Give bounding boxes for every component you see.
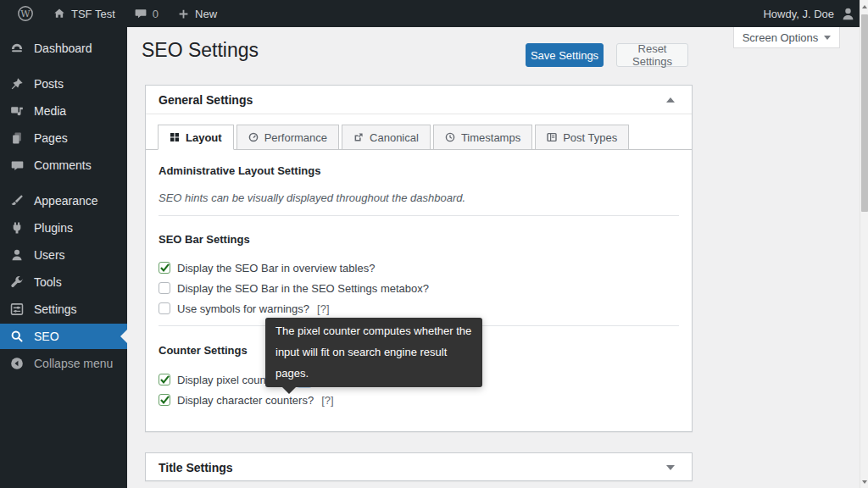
site-name-menu[interactable]: TSF Test (43, 0, 125, 27)
admin-bar: W TSF Test 0 New Howdy, J. Doe (0, 0, 868, 27)
help-link[interactable]: [?] (316, 302, 330, 315)
sidebar-item-label: Plugins (34, 221, 73, 235)
general-settings-header[interactable]: General Settings (146, 86, 692, 114)
comment-bubble-icon (134, 7, 147, 20)
sidebar-item-label: Comments (34, 158, 92, 172)
tooltip-text: The pixel counter computes whether the i… (275, 324, 471, 380)
tab-layout[interactable]: Layout (158, 125, 234, 150)
tab-post-types[interactable]: Post Types (535, 125, 629, 150)
scroll-down-arrow-icon[interactable] (862, 480, 867, 484)
dashboard-icon (8, 41, 25, 56)
howdy-text: Howdy, J. Doe (763, 8, 834, 20)
svg-text:W: W (20, 8, 31, 19)
postbox-title: General Settings (159, 93, 253, 107)
wordpress-logo-icon: W (17, 5, 34, 22)
wp-logo-menu[interactable]: W (8, 0, 43, 27)
sidebar-item-settings[interactable]: Settings (0, 297, 127, 322)
page-title: SEO Settings (142, 39, 259, 62)
checkbox[interactable] (159, 302, 170, 314)
my-account-menu[interactable]: Howdy, J. Doe (763, 0, 868, 27)
help-link[interactable]: [?] (320, 394, 334, 407)
sidebar-item-media[interactable]: Media (0, 98, 127, 124)
sidebar-item-label: Dashboard (34, 42, 92, 55)
sidebar-item-label: SEO (34, 330, 59, 343)
current-menu-arrow (120, 330, 127, 343)
sidebar-item-seo[interactable]: SEO (0, 324, 127, 349)
tab-timestamps[interactable]: Timestamps (433, 125, 532, 150)
tab-performance[interactable]: Performance (236, 125, 339, 150)
sidebar-item-tools[interactable]: Tools (0, 269, 127, 295)
wrench-icon (8, 274, 25, 290)
sliders-icon (8, 302, 25, 317)
comments-count: 0 (153, 8, 159, 20)
comments-menu[interactable]: 0 (125, 0, 168, 27)
checkmark-icon (159, 261, 171, 274)
tab-label: Layout (186, 131, 222, 144)
checkbox-label[interactable]: Use symbols for warnings? (177, 302, 309, 315)
sidebar-item-label: Tools (34, 275, 62, 289)
sidebar-item-posts[interactable]: Posts (0, 71, 127, 97)
reset-settings-button[interactable]: Reset Settings (616, 43, 688, 67)
external-link-icon (353, 132, 364, 142)
chevron-up-icon (666, 97, 675, 103)
avatar-icon (840, 6, 856, 22)
tab-canonical[interactable]: Canonical (342, 125, 431, 150)
site-name: TSF Test (71, 8, 115, 20)
collapse-toggle-button[interactable] (662, 92, 679, 108)
sidebar-item-plugins[interactable]: Plugins (0, 215, 127, 241)
sidebar-collapse-menu[interactable]: Collapse menu (0, 351, 127, 376)
checkbox-label[interactable]: Display the SEO Bar in the SEO Settings … (177, 282, 429, 295)
checkbox-label[interactable]: Display the SEO Bar in overview tables? (177, 262, 375, 274)
sidebar-item-label: Posts (34, 77, 64, 91)
tooltip-arrow (282, 387, 296, 401)
general-settings-tabbar: Layout Performance Canonical Timestamps … (146, 125, 692, 150)
save-settings-button[interactable]: Save Settings (526, 43, 604, 67)
pages-icon (8, 130, 25, 146)
new-content-menu[interactable]: New (168, 0, 226, 27)
media-icon (8, 103, 25, 119)
postbox-title: Title Settings (159, 461, 233, 474)
sidebar-item-label: Appearance (34, 194, 98, 208)
checkbox[interactable] (159, 262, 170, 274)
section-divider (159, 215, 679, 216)
checkbox[interactable] (159, 394, 170, 406)
screen-options-label: Screen Options (743, 31, 819, 44)
sidebar-item-comments[interactable]: Comments (0, 152, 127, 178)
sidebar-item-pages[interactable]: Pages (0, 125, 127, 151)
index-card-icon (547, 132, 557, 142)
sidebar-item-dashboard[interactable]: Dashboard (0, 36, 127, 61)
collapse-arrow-icon (8, 356, 25, 371)
tab-label: Canonical (370, 131, 419, 144)
option-row-symbols-warnings: Use symbols for warnings? [?] (159, 302, 331, 315)
collapse-toggle-button[interactable] (662, 459, 679, 476)
clock-icon (445, 132, 455, 142)
paintbrush-icon (8, 193, 25, 208)
admin-sidebar: Dashboard Posts Media Pages Comments App… (0, 27, 127, 488)
user-icon (8, 247, 25, 263)
home-icon (53, 7, 66, 20)
page-scrollbar[interactable] (860, 0, 868, 488)
scrollbar-thumb[interactable] (861, 14, 868, 212)
sidebar-item-appearance[interactable]: Appearance (0, 188, 127, 214)
pushpin-icon (8, 76, 25, 92)
tooltip: The pixel counter computes whether the i… (265, 318, 482, 387)
screen-options-tab[interactable]: Screen Options (733, 27, 840, 48)
seo-bar-heading: SEO Bar Settings (159, 233, 250, 246)
scroll-up-arrow-icon[interactable] (862, 5, 867, 8)
checkbox[interactable] (159, 282, 170, 294)
grid-layout-icon (170, 132, 180, 142)
gauge-icon (248, 132, 259, 142)
title-settings-header[interactable]: Title Settings (146, 453, 692, 482)
title-settings-postbox: Title Settings (145, 452, 693, 481)
sidebar-item-label: Users (34, 248, 65, 262)
checkbox[interactable] (159, 374, 170, 385)
sidebar-item-label: Collapse menu (34, 357, 113, 370)
sidebar-item-label: Settings (34, 302, 77, 316)
counter-heading: Counter Settings (159, 344, 248, 357)
option-row-seo-bar-tables: Display the SEO Bar in overview tables? (159, 261, 375, 274)
admin-bar-left: W TSF Test 0 New (0, 0, 226, 27)
tab-label: Timestamps (461, 131, 520, 144)
sidebar-item-users[interactable]: Users (0, 242, 127, 268)
option-row-seo-bar-metabox: Display the SEO Bar in the SEO Settings … (159, 281, 429, 295)
admin-layout-description: SEO hints can be visually displayed thro… (159, 191, 465, 204)
